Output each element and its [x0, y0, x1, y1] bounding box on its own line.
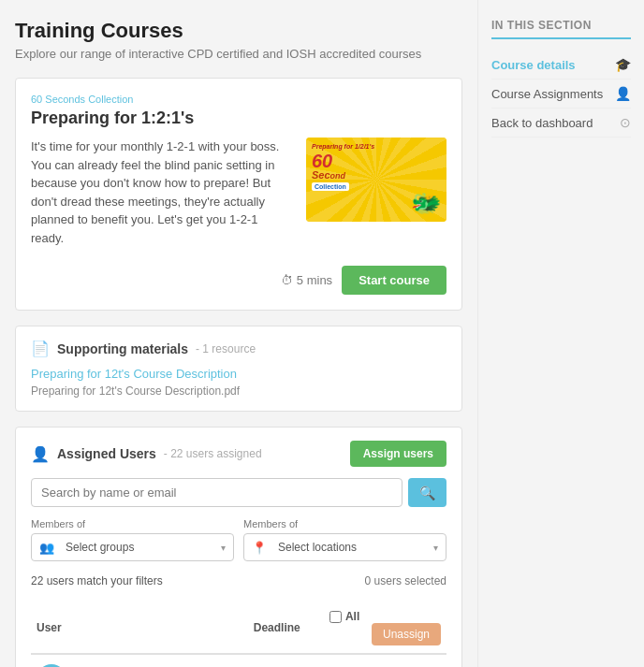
users-table: User Deadline All Unassign: [31, 602, 446, 667]
groups-label: Members of: [31, 518, 234, 529]
course-image: Preparing for 1/2/1's 60 Second Collecti…: [306, 138, 446, 222]
search-button[interactable]: 🔍: [408, 478, 446, 507]
assigned-users-title: Assigned Users: [57, 446, 156, 461]
sidebar-item-label: Course Assignments: [491, 87, 603, 101]
col-user: User: [31, 602, 248, 654]
sidebar-item-0[interactable]: Course details 🎓: [491, 51, 631, 80]
page-subtitle: Explore our range of interactive CPD cer…: [15, 47, 462, 61]
col-deadline: Deadline: [248, 602, 324, 654]
course-description: It's time for your monthly 1-2-1 with yo…: [31, 138, 291, 247]
sidebar-section-title: In this section: [491, 19, 631, 39]
collection-label: 60 Seconds Collection: [31, 94, 446, 105]
course-card: 60 Seconds Collection Preparing for 1:2:…: [15, 78, 462, 311]
locations-filter: Members of 📍 Select locations ▾: [243, 518, 446, 561]
unassign-button[interactable]: Unassign: [372, 623, 441, 645]
filter-summary: 22 users match your filters 0 users sele…: [31, 574, 446, 595]
materials-title: Supporting materials: [57, 341, 188, 356]
material-link[interactable]: Preparing for 12t's Course Description: [31, 367, 446, 381]
location-icon: 📍: [244, 541, 272, 555]
page-title: Training Courses: [15, 19, 462, 43]
locations-select[interactable]: Select locations: [272, 534, 426, 560]
filter-row: Members of 👥 Select groups ▾ Members of …: [31, 518, 446, 561]
all-checkbox-input[interactable]: [329, 611, 342, 623]
locations-chevron-icon: ▾: [426, 543, 446, 553]
sidebar-item-icon: 👤: [615, 86, 631, 101]
groups-icon: 👥: [32, 541, 60, 555]
search-row: 🔍: [31, 478, 446, 507]
col-actions: All Unassign: [324, 602, 446, 654]
groups-chevron-icon: ▾: [213, 543, 233, 553]
material-subtitle: Preparing for 12t's Course Description.p…: [31, 384, 446, 398]
table-row: EA Erin Abbott erin@example.com — Select…: [31, 654, 446, 667]
supporting-materials-card: 📄 Supporting materials - 1 resource Prep…: [15, 326, 462, 412]
materials-icon: 📄: [31, 340, 50, 357]
clock-icon: ⏱: [281, 273, 293, 287]
locations-select-wrapper: 📍 Select locations ▾: [243, 533, 446, 561]
groups-select[interactable]: Select groups: [60, 534, 213, 560]
sidebar-item-icon: 🎓: [615, 57, 631, 72]
sidebar-item-1[interactable]: Course Assignments 👤: [491, 80, 631, 109]
match-count: 22 users match your filters: [31, 574, 163, 587]
users-icon: 👤: [31, 445, 50, 463]
locations-label: Members of: [243, 518, 446, 529]
sidebar-item-label: Back to dashboard: [491, 116, 593, 130]
assigned-users-card: 👤 Assigned Users - 22 users assigned Ass…: [15, 427, 462, 667]
assign-users-button[interactable]: Assign users: [350, 441, 446, 467]
groups-select-wrapper: 👥 Select groups ▾: [31, 533, 234, 561]
selected-count: 0 users selected: [365, 574, 446, 587]
sidebar: In this section Course details 🎓 Course …: [477, 0, 644, 667]
all-checkbox-label[interactable]: All: [329, 610, 441, 623]
sidebar-item-2[interactable]: Back to dashboard ⊙: [491, 109, 631, 138]
course-title: Preparing for 1:2:1's: [31, 109, 446, 128]
search-input[interactable]: [31, 478, 402, 507]
groups-filter: Members of 👥 Select groups ▾: [31, 518, 234, 561]
assigned-users-count: - 22 users assigned: [164, 447, 262, 460]
sidebar-item-label: Course details: [491, 58, 576, 72]
sidebar-item-icon: ⊙: [620, 115, 631, 130]
all-label: All: [345, 610, 359, 623]
course-time: ⏱ 5 mins: [281, 273, 332, 287]
start-course-button[interactable]: Start course: [342, 266, 446, 295]
materials-count: - 1 resource: [196, 342, 256, 355]
